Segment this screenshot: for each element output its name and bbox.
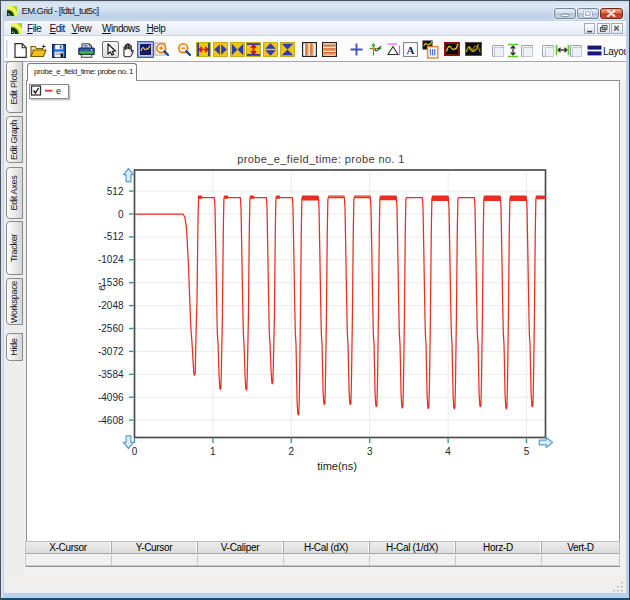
svg-text:-2560: -2560 (98, 323, 124, 334)
svg-text:e: e (96, 285, 107, 291)
svg-text:-1024: -1024 (98, 254, 124, 265)
svg-text:-2048: -2048 (98, 300, 124, 311)
svg-text:-3584: -3584 (98, 369, 124, 380)
svg-text:-512: -512 (103, 231, 123, 242)
svg-text:-4608: -4608 (98, 415, 124, 426)
svg-text:-3072: -3072 (98, 346, 124, 357)
svg-text:-4096: -4096 (98, 392, 124, 403)
svg-text:0: 0 (118, 209, 124, 220)
svg-text:0: 0 (132, 446, 138, 457)
svg-text:512: 512 (107, 186, 124, 197)
svg-text:probe_e_field_time: probe no.: probe_e_field_time: probe no. 1 (237, 153, 405, 165)
svg-text:4: 4 (445, 446, 451, 457)
svg-text:1: 1 (210, 446, 216, 457)
svg-text:5: 5 (524, 446, 530, 457)
svg-text:2: 2 (289, 446, 295, 457)
svg-text:time(ns): time(ns) (317, 460, 357, 472)
svg-text:3: 3 (367, 446, 373, 457)
